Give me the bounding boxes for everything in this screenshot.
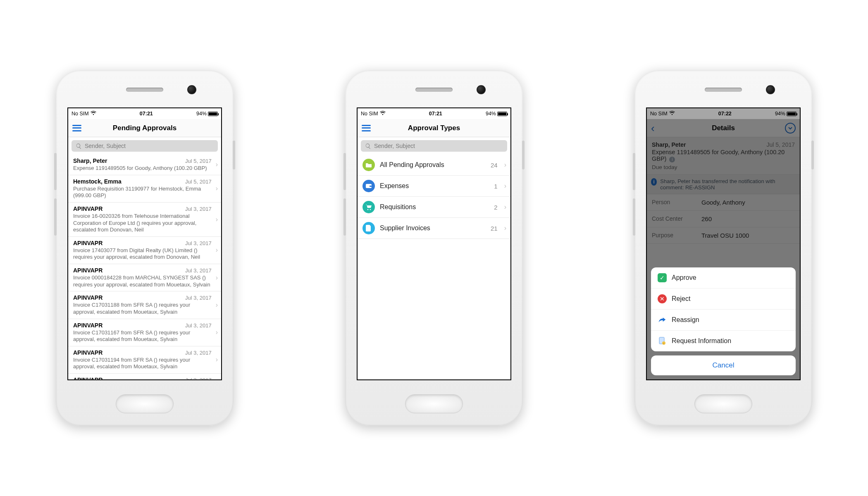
search-input[interactable]: Sender, Subject <box>361 140 507 152</box>
row-sender: APINVAPR <box>73 294 103 301</box>
menu-button[interactable] <box>68 119 86 137</box>
cart-icon <box>362 201 375 213</box>
approval-row[interactable]: APINVAPR Jul 3, 2017 Invoice C17031167 f… <box>68 319 221 346</box>
row-date: Jul 5, 2017 <box>185 158 212 164</box>
carrier-label: No SIM <box>72 111 89 117</box>
approval-row[interactable]: Sharp, Peter Jul 5, 2017 Expense 1191489… <box>68 155 221 175</box>
search-placeholder: Sender, Subject <box>374 143 415 149</box>
battery-indicator: 94% <box>486 111 507 117</box>
cancel-button[interactable]: Cancel <box>651 355 796 375</box>
chevron-right-icon: › <box>504 224 506 232</box>
chevron-right-icon: › <box>215 356 218 363</box>
chevron-right-icon: › <box>504 182 506 190</box>
type-count: 21 <box>491 225 498 232</box>
chevron-right-icon: › <box>504 161 506 169</box>
approve-action[interactable]: ✓ Approve <box>651 267 796 289</box>
approval-type-row[interactable]: All Pending Approvals 24 › <box>358 155 510 176</box>
row-date: Jul 3, 2017 <box>185 322 212 329</box>
hamburger-icon <box>362 125 371 131</box>
row-subject: Invoice C17031194 from SFR SA () require… <box>73 357 212 370</box>
approval-type-row[interactable]: Expenses 1 › <box>358 176 510 197</box>
type-label: All Pending Approvals <box>380 161 486 169</box>
wallet-icon <box>362 180 375 192</box>
status-bar: No SIM 07:21 94% <box>68 108 221 119</box>
request-info-action[interactable]: i Request Information <box>651 331 796 351</box>
row-subject: Invoice 16-0020326 from Telehouse Intern… <box>73 213 212 234</box>
row-sender: Hemstock, Emma <box>73 178 122 185</box>
reassign-action[interactable]: Reassign <box>651 310 796 331</box>
row-sender: APINVAPR <box>73 240 103 246</box>
chevron-right-icon: › <box>215 185 218 192</box>
approval-row[interactable]: APINVAPR Jul 3, 2017 Invoice C17031188 f… <box>68 291 221 319</box>
row-date: Jul 3, 2017 <box>185 295 212 301</box>
check-icon: ✓ <box>658 273 667 282</box>
approval-row[interactable]: APINVAPR Jul 3, 2017 Invoice C17031194 f… <box>68 346 221 374</box>
svg-rect-1 <box>370 186 372 187</box>
search-icon <box>76 143 82 149</box>
search-input[interactable]: Sender, Subject <box>72 140 218 152</box>
row-sender: APINVAPR <box>73 267 103 274</box>
navbar: Approval Types <box>358 119 510 137</box>
reject-action[interactable]: ✕ Reject <box>651 289 796 310</box>
row-subject: Invoice C17031188 from SFR SA () require… <box>73 302 212 315</box>
row-sender: APINVAPR <box>73 349 103 356</box>
navbar: Pending Approvals <box>68 119 221 137</box>
approval-row[interactable]: Hemstock, Emma Jul 5, 2017 Purchase Requ… <box>68 175 221 203</box>
hamburger-icon <box>72 125 81 131</box>
row-sender: APINVAPR <box>73 322 103 329</box>
type-label: Supplier Invoices <box>380 224 486 232</box>
status-bar: No SIM 07:21 94% <box>358 108 510 119</box>
row-sender: APINVAPR <box>73 205 103 212</box>
battery-indicator: 94% <box>196 111 218 117</box>
approval-row[interactable]: APINVAPR Jul 3, 2017 Invoice 0000184228 … <box>68 264 221 291</box>
row-subject: Invoice 0000184228 from MARCHAL SYNGEST … <box>73 274 212 288</box>
menu-button[interactable] <box>358 119 375 137</box>
row-date: Jul 3, 2017 <box>185 267 212 274</box>
page-title: Pending Approvals <box>113 124 176 132</box>
type-label: Requisitions <box>380 203 489 211</box>
row-sender: APINVAPR <box>73 377 103 380</box>
row-date: Jul 3, 2017 <box>185 240 212 246</box>
type-label: Expenses <box>380 182 489 190</box>
row-sender: Sharp, Peter <box>73 157 107 164</box>
search-placeholder: Sender, Subject <box>85 143 126 149</box>
type-count: 1 <box>494 183 497 190</box>
row-date: Jul 3, 2017 <box>185 350 212 356</box>
action-sheet: ✓ Approve ✕ Reject Reassign i <box>651 267 796 375</box>
approval-row[interactable]: APINVAPR Jul 3, 2017 Invoice 16-0020326 … <box>68 203 221 237</box>
wifi-icon <box>380 111 386 117</box>
approval-row[interactable]: APINVAPR Jul 3, 2017 Invoice 17403077 fr… <box>68 237 221 264</box>
svg-point-3 <box>370 209 371 210</box>
screen-details: No SIM 07:22 94% ‹ Details <box>646 107 801 380</box>
type-count: 24 <box>491 162 498 169</box>
chevron-right-icon: › <box>504 203 506 211</box>
search-icon <box>365 143 371 149</box>
row-date: Jul 5, 2017 <box>185 179 212 185</box>
row-subject: Expense 1191489505 for Goody, Anthony (1… <box>73 165 212 172</box>
x-icon: ✕ <box>658 294 667 303</box>
row-subject: Invoice 17403077 from Digital Realty (UK… <box>73 247 212 261</box>
row-date: Jul 3, 2017 <box>185 206 212 212</box>
carrier-label: No SIM <box>361 111 378 117</box>
status-time: 07:21 <box>429 111 442 117</box>
screen-approval-types: No SIM 07:21 94% Approval Types Sender, … <box>357 107 511 380</box>
doc-icon <box>362 222 375 234</box>
svg-text:i: i <box>663 342 664 345</box>
chevron-right-icon: › <box>215 301 218 309</box>
row-subject: Purchase Requisition 31190977 for Hemsto… <box>73 186 212 199</box>
chevron-right-icon: › <box>215 216 218 223</box>
page-title: Approval Types <box>408 124 460 132</box>
chevron-right-icon: › <box>215 246 218 254</box>
screen-pending-approvals: No SIM 07:21 94% Pending Approvals Sende… <box>67 107 222 380</box>
chevron-right-icon: › <box>215 161 218 168</box>
approval-type-row[interactable]: Requisitions 2 › <box>358 197 510 218</box>
wifi-icon <box>91 111 96 117</box>
approval-type-row[interactable]: Supplier Invoices 21 › <box>358 218 510 239</box>
approval-row[interactable]: APINVAPR Jul 3, 2017 Invoice 17030377 fr… <box>68 374 221 380</box>
row-date: Jul 3, 2017 <box>185 377 212 380</box>
svg-point-2 <box>367 209 369 210</box>
status-time: 07:21 <box>140 111 153 117</box>
row-subject: Invoice C17031167 from SFR SA () require… <box>73 329 212 343</box>
document-info-icon: i <box>658 336 667 346</box>
chevron-right-icon: › <box>215 274 218 281</box>
